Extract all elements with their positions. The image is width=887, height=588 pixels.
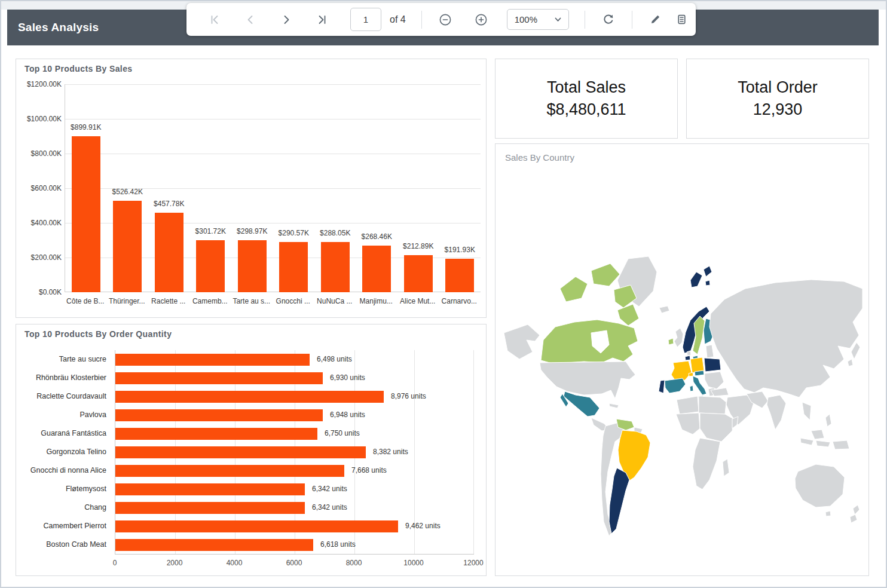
bar-value-label: 6,930 units	[330, 373, 365, 382]
bar-value-label: $268.46K	[349, 232, 405, 241]
quantity-bar[interactable]	[115, 502, 305, 514]
total-sales-value: $8,480,611	[546, 100, 626, 120]
pencil-icon	[650, 14, 661, 25]
quantity-bar[interactable]	[115, 446, 366, 458]
quantity-chart-title: Top 10 Products By Order Quantity	[25, 329, 172, 339]
quantity-bar[interactable]	[115, 354, 310, 366]
y-axis-tick-label: $0.00K	[16, 288, 62, 296]
category-label: Gnocchi di nonna Alice	[16, 461, 106, 480]
map-country-argentina[interactable]	[609, 468, 629, 534]
map-region-usa	[540, 362, 635, 399]
bar-value-label: 8,976 units	[391, 392, 426, 400]
bar-value-label: 8,382 units	[373, 448, 408, 456]
sales-bar[interactable]	[362, 246, 391, 292]
map-region-philippines	[825, 414, 831, 427]
map-region-japan	[848, 359, 853, 366]
sales-bar[interactable]	[404, 255, 433, 292]
edit-button[interactable]	[648, 12, 663, 27]
x-axis-category-label: Alice Mut...	[397, 297, 439, 305]
x-axis-tick-label: 8000	[346, 559, 362, 567]
sales-chart-plot: $899.91K$526.42K$457.78K$301.72K$298.97K…	[65, 84, 481, 292]
sales-bar[interactable]	[196, 240, 225, 292]
map-country-canada[interactable]	[541, 320, 638, 364]
total-order-content: Total Order 12,930	[687, 59, 868, 138]
map-country-austria[interactable]	[695, 370, 704, 376]
next-page-button[interactable]	[279, 12, 294, 27]
map-region-north-africa-east	[699, 396, 726, 414]
map-country-svalbard[interactable]	[690, 272, 702, 287]
map-country-canada[interactable]	[560, 277, 588, 302]
x-axis-category-label: Tarte au s...	[231, 297, 273, 305]
map-region-india	[767, 395, 786, 430]
quantity-bar[interactable]	[115, 465, 344, 477]
page-count-label: of 4	[390, 14, 406, 25]
map-country-portugal[interactable]	[659, 380, 665, 393]
toolbar-separator	[421, 11, 422, 29]
map-country-canada[interactable]	[617, 304, 639, 326]
sales-bar[interactable]	[72, 136, 100, 292]
map-country-svalbard[interactable]	[705, 280, 710, 286]
x-axis-tick-label: 2000	[167, 559, 183, 567]
x-axis-category-label: Manjimu...	[356, 297, 397, 305]
map-region-balkans	[705, 372, 724, 389]
last-page-button[interactable]	[314, 12, 330, 27]
category-label: Guaraná Fantástica	[16, 424, 106, 443]
map-country-poland[interactable]	[704, 358, 721, 372]
x-axis-category-label: Thüringer...	[106, 297, 148, 305]
bar-value-label: $191.93K	[432, 246, 488, 254]
map-country-belgium[interactable]	[685, 356, 690, 360]
previous-page-button[interactable]	[243, 12, 258, 27]
order-quantity-panel: Top 10 Products By Order Quantity Tarte …	[16, 324, 487, 576]
category-label: Pavlova	[16, 406, 106, 424]
quantity-bar[interactable]	[115, 391, 384, 403]
quantity-bar[interactable]	[115, 409, 323, 421]
sales-bar[interactable]	[279, 242, 308, 292]
map-country-ireland[interactable]	[668, 338, 674, 345]
map-country-spain[interactable]	[665, 378, 686, 393]
page-number-input[interactable]	[350, 8, 381, 31]
zoom-level-dropdown[interactable]: 100%	[507, 9, 569, 30]
map-country-svalbard[interactable]	[704, 266, 712, 277]
x-axis-tick-label: 12000	[463, 559, 483, 567]
map-region-horn-of-africa	[732, 416, 738, 428]
sales-bar[interactable]	[113, 201, 142, 292]
map-country-mexico[interactable]	[564, 391, 600, 416]
category-label: Rhönbräu Klosterbier	[16, 369, 106, 387]
sales-bar[interactable]	[155, 213, 183, 292]
x-axis-category-label: NuNuCa ...	[314, 297, 356, 305]
sales-bar[interactable]	[445, 259, 474, 292]
quantity-bar[interactable]	[115, 539, 313, 551]
map-region-russia-asia	[709, 280, 862, 397]
refresh-button[interactable]	[601, 12, 616, 27]
x-axis-tick-label: 4000	[227, 559, 243, 567]
quantity-bar[interactable]	[115, 520, 398, 532]
map-region-new-zealand	[850, 514, 857, 523]
zoom-out-icon	[439, 13, 452, 26]
bar-value-label: 6,498 units	[317, 355, 352, 363]
sales-bar[interactable]	[238, 240, 267, 292]
map-country-canada[interactable]	[591, 264, 620, 286]
quantity-bar[interactable]	[115, 428, 317, 440]
sales-chart-x-axis: Côte de B...Thüringer...Raclette ...Came…	[65, 297, 480, 309]
sales-by-country-panel: Sales By Country	[495, 143, 869, 576]
quantity-bar[interactable]	[115, 372, 323, 384]
map-region-uk	[674, 328, 683, 347]
map-region-cuba	[609, 403, 619, 408]
zoom-level-label: 100%	[515, 14, 537, 24]
bar-value-label: 6,618 units	[320, 540, 356, 549]
map-country-italy[interactable]	[690, 385, 693, 391]
zoom-in-button[interactable]	[473, 12, 489, 27]
quantity-bar[interactable]	[115, 483, 305, 495]
bar-value-label: 6,342 units	[312, 485, 347, 493]
bar-value-label: $899.91K	[58, 123, 114, 131]
zoom-in-icon	[475, 13, 488, 26]
first-page-button[interactable]	[207, 12, 222, 27]
total-order-card: Total Order 12,930	[686, 59, 869, 139]
document-button[interactable]	[674, 12, 690, 27]
sales-bar[interactable]	[321, 242, 350, 292]
last-page-icon	[317, 14, 328, 25]
zoom-out-button[interactable]	[438, 12, 453, 27]
map-region-north-africa-west	[677, 396, 699, 414]
bar-value-label: 6,750 units	[325, 429, 360, 437]
map-region-new-guinea	[833, 440, 849, 449]
